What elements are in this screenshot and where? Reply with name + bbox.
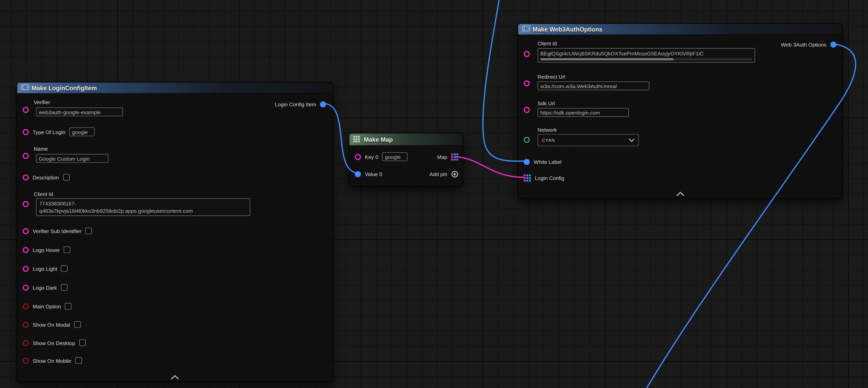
name-input[interactable]	[36, 154, 108, 163]
output-label: Web 3Auth Options	[781, 41, 827, 47]
pin-label-show-on-mobile: Show On Mobile	[33, 357, 71, 363]
pin-white-label[interactable]	[524, 159, 530, 165]
pin-network[interactable]	[524, 137, 530, 143]
pin-label-redirect-url: Redirect Url	[537, 74, 565, 80]
pin-label-description: Description	[33, 174, 59, 180]
description-input[interactable]	[63, 174, 69, 181]
add-pin-label: Add pin	[430, 171, 447, 177]
network-dropdown[interactable]: CYAN	[537, 134, 639, 146]
make-struct-icon	[522, 25, 529, 33]
verifier-sub-identifier-input[interactable]	[85, 228, 92, 234]
client-id-line2: q463s7kpvja16l4l0kko3nb925ikds2p.apps.go…	[39, 207, 247, 214]
show-on-desktop-checkbox[interactable]	[79, 339, 86, 346]
node-header-make-map[interactable]: Make Map	[349, 133, 463, 146]
pin-label-key-0: Key 0	[365, 154, 378, 160]
pin-label-verifier-sub-identifier: Verifier Sub Identifier	[33, 228, 82, 234]
output-label-map: Map	[437, 154, 447, 160]
pin-label-login-config: Login Config	[535, 175, 564, 181]
client-id-scrollbar[interactable]	[540, 58, 752, 60]
chevron-down-icon	[629, 138, 634, 142]
collapse-chevron-up-icon[interactable]	[171, 375, 179, 379]
client-id-scrollbar-thumb[interactable]	[540, 58, 674, 60]
pin-verifier[interactable]	[23, 107, 29, 113]
pin-label-white-label: White Label	[534, 159, 561, 165]
pin-name[interactable]	[23, 153, 29, 159]
add-pin-icon	[451, 170, 459, 178]
node-title: Make Map	[364, 136, 393, 143]
client-id-text: BEglQSgt4cUWcj6SKRdu5QkOXTsePmMcusG5EAoy…	[540, 50, 752, 57]
pin-label-main-option: Main Option	[33, 303, 61, 309]
node-title: Make LoginConfigItem	[32, 84, 97, 91]
sdk-url-input[interactable]	[537, 108, 629, 117]
pin-label-verifier: Verifier	[34, 99, 50, 105]
pin-label-logo-light: Logo Light	[33, 266, 57, 272]
main-option-checkbox[interactable]	[65, 303, 71, 309]
network-selected-value: CYAN	[542, 138, 555, 143]
pin-login-config-item-output[interactable]	[320, 101, 326, 107]
node-header-make-web3authoptions[interactable]: Make Web3AuthOptions	[518, 24, 842, 35]
client-id-line1: 774338308167-	[39, 200, 247, 207]
node-make-map: Make Map Key 0 Map	[349, 133, 463, 186]
pin-sdk-url[interactable]	[524, 107, 530, 113]
key-0-input[interactable]	[382, 152, 408, 161]
logo-dark-input[interactable]	[61, 284, 68, 291]
make-struct-icon	[21, 84, 28, 91]
pin-label-sdk-url: Sdk Url	[537, 100, 555, 106]
collapse-chevron-up-icon[interactable]	[676, 191, 684, 196]
pin-logo-dark[interactable]	[23, 284, 29, 290]
node-make-loginconfigitem: Make LoginConfigItem Verifier Login Conf…	[17, 82, 333, 382]
client-id-input[interactable]: BEglQSgt4cUWcj6SKRdu5QkOXTsePmMcusG5EAoy…	[537, 48, 755, 62]
pin-type-of-login[interactable]	[23, 129, 29, 135]
node-header-make-loginconfigitem[interactable]: Make LoginConfigItem	[17, 82, 333, 93]
pin-label-show-on-desktop: Show On Desktop	[33, 340, 75, 346]
pin-show-on-desktop[interactable]	[23, 340, 29, 346]
pin-label-client-id: Client Id	[537, 40, 557, 47]
node-title: Make Web3AuthOptions	[532, 26, 602, 33]
pin-label-logo-hover: Logo Hover	[33, 247, 60, 253]
show-on-modal-checkbox[interactable]	[74, 321, 81, 328]
pin-label-client-id: Client Id	[34, 191, 53, 197]
verifier-input[interactable]	[36, 108, 123, 116]
pin-client-id[interactable]	[23, 201, 29, 207]
show-on-mobile-checkbox[interactable]	[75, 357, 82, 364]
logo-light-input[interactable]	[61, 265, 68, 272]
pin-label-network: Network	[537, 127, 557, 133]
pin-value-0[interactable]	[355, 171, 361, 177]
pin-label-show-on-modal: Show On Modal	[33, 321, 70, 327]
type-of-login-input[interactable]	[69, 127, 95, 136]
output-web3auth-options: Web 3Auth Options	[781, 38, 836, 51]
blueprint-editor: Make LoginConfigItem Verifier Login Conf…	[0, 0, 868, 388]
map-header-icon	[353, 136, 361, 143]
pin-label-type-of-login: Type Of Login	[33, 129, 65, 135]
redirect-url-input[interactable]	[537, 82, 649, 90]
node-make-web3authoptions: Make Web3AuthOptions Client Id BEglQSgt4…	[518, 23, 843, 199]
add-pin-button[interactable]: Add pin	[430, 170, 459, 178]
pin-client-id[interactable]	[524, 51, 530, 57]
pin-main-option[interactable]	[23, 303, 29, 309]
output-label: Login Config Item	[275, 101, 316, 107]
pin-label-name: Name	[34, 146, 48, 152]
pin-label-value-0: Value 0	[365, 171, 382, 177]
pin-label-logo-dark: Logo Dark	[33, 284, 57, 290]
pin-key-0[interactable]	[355, 154, 361, 160]
pin-login-config[interactable]	[524, 174, 531, 181]
pin-web3auth-options-output[interactable]	[830, 41, 836, 47]
pin-logo-light[interactable]	[23, 266, 29, 272]
client-id-input[interactable]: 774338308167- q463s7kpvja16l4l0kko3nb925…	[36, 198, 250, 216]
pin-logo-hover[interactable]	[23, 247, 29, 253]
pin-verifier-sub-identifier[interactable]	[23, 228, 29, 234]
logo-hover-input[interactable]	[64, 246, 70, 253]
pin-show-on-mobile[interactable]	[23, 357, 29, 363]
pin-redirect-url[interactable]	[524, 80, 530, 86]
pin-description[interactable]	[23, 174, 29, 180]
output-login-config-item: Login Config Item	[275, 98, 326, 110]
graph-viewport: Make LoginConfigItem Verifier Login Conf…	[0, 0, 868, 388]
pin-map-output[interactable]	[451, 153, 459, 160]
pin-show-on-modal[interactable]	[23, 321, 29, 327]
